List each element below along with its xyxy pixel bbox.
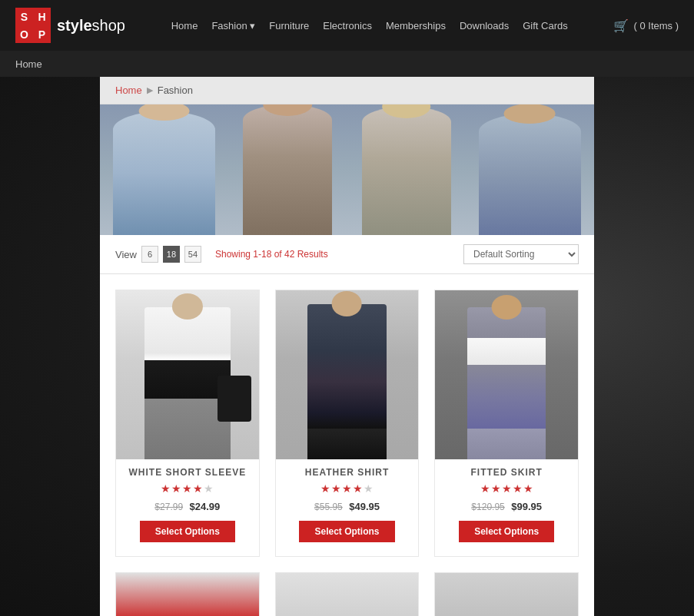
product-stars-2: ★ ★ ★ ★ ★ [284,482,411,495]
main-nav: Home Fashion ▾ Furniture Electronics Mem… [171,20,568,31]
product-figure-3 [435,290,578,459]
star-3-2: ★ [491,482,501,495]
nav-downloads[interactable]: Downloads [460,20,509,31]
partial-img-3 [435,573,578,616]
product-figure-1 [116,290,259,459]
results-text: Showing 1-18 of 42 Results [215,249,328,260]
toolbar: View 6 18 54 Showing 1-18 of 42 Results … [100,235,594,274]
products-grid: WHITE SHORT SLEEVE ★ ★ ★ ★ ★ $27.99 $24.… [100,274,594,572]
product-card-3: FITTED SKIRT ★ ★ ★ ★ ★ $120.95 $99.95 Se… [434,290,579,557]
product-image-3 [435,290,578,459]
view-btn-18[interactable]: 18 [163,246,180,263]
star-2-4: ★ [353,482,363,495]
nav-electronics[interactable]: Electronics [323,20,372,31]
nav-fashion[interactable]: Fashion ▾ [211,20,255,31]
star-2-3: ★ [342,482,352,495]
banner [100,104,594,235]
nav-furniture[interactable]: Furniture [269,20,309,31]
prices-1: $27.99 $24.99 [124,499,251,513]
view-btn-6[interactable]: 6 [141,246,158,263]
header: S H O P styleshop Home Fashion ▾ Furnitu… [0,0,694,51]
breadcrumb: Home ▶ Fashion [100,77,594,104]
price-sale-1: $24.99 [190,501,221,512]
star-4: ★ [193,482,203,495]
product-name-3: FITTED SKIRT [443,467,570,478]
star-2-5-empty: ★ [364,482,374,495]
product-name-1: WHITE SHORT SLEEVE [124,467,251,478]
product-stars-1: ★ ★ ★ ★ ★ [124,482,251,495]
star-2: ★ [171,482,181,495]
page-title-bar: Home [0,51,694,77]
product-name-2: HEATHER SHIRT [284,467,411,478]
star-3-3: ★ [502,482,512,495]
star-2-2: ★ [331,482,341,495]
logo-bold: style [57,17,92,34]
product-info-1: WHITE SHORT SLEEVE ★ ★ ★ ★ ★ $27.99 $24.… [116,459,259,556]
star-3: ★ [182,482,192,495]
select-options-btn-3[interactable]: Select Options [459,521,554,542]
prices-2: $55.95 $49.95 [284,499,411,513]
breadcrumb-current: Fashion [158,84,193,96]
nav-memberships[interactable]: Memberships [386,20,446,31]
partial-card-2 [275,572,420,616]
partial-img-1 [116,573,259,616]
cart-count: ( 0 Items ) [633,20,679,31]
cart-icon: 🛒 [613,18,629,33]
product-image-1 [116,290,259,459]
logo-letter-o: O [15,25,33,43]
product-info-3: FITTED SKIRT ★ ★ ★ ★ ★ $120.95 $99.95 Se… [435,459,578,556]
logo-text: styleshop [57,17,125,35]
product-card: WHITE SHORT SLEEVE ★ ★ ★ ★ ★ $27.99 $24.… [115,290,260,557]
breadcrumb-sep: ▶ [147,85,153,95]
prices-3: $120.95 $99.95 [443,499,570,513]
page-title: Home [15,58,42,70]
logo-light: shop [92,17,125,34]
view-label: View [115,249,137,260]
sort-select[interactable]: Default Sorting [463,244,579,264]
star-3-1: ★ [480,482,490,495]
product-stars-3: ★ ★ ★ ★ ★ [443,482,570,495]
price-original-3: $120.95 [471,502,504,512]
logo-box: S H O P [15,8,51,43]
nav-gift-cards[interactable]: Gift Cards [523,20,568,31]
product-figure-2 [276,290,419,459]
logo-area: S H O P styleshop [15,8,125,43]
star-2-1: ★ [320,482,330,495]
star-5-empty: ★ [204,482,214,495]
price-sale-3: $99.95 [511,501,542,512]
star-1: ★ [161,482,171,495]
partial-card-3 [434,572,579,616]
price-sale-2: $49.95 [349,501,380,512]
star-3-5: ★ [523,482,533,495]
product-info-2: HEATHER SHIRT ★ ★ ★ ★ ★ $55.95 $49.95 Se… [276,459,419,556]
main-content: Home ▶ Fashion [100,77,594,616]
product-card-2: HEATHER SHIRT ★ ★ ★ ★ ★ $55.95 $49.95 Se… [275,290,420,557]
product-image-2 [276,290,419,459]
star-3-4: ★ [513,482,523,495]
view-btn-54[interactable]: 54 [184,246,201,263]
price-original-2: $55.95 [314,502,343,512]
logo-letter-s: S [15,8,33,25]
partial-card-1 [115,572,260,616]
select-options-btn-1[interactable]: Select Options [140,521,235,542]
logo-letter-h: H [33,8,51,25]
breadcrumb-home[interactable]: Home [115,84,142,96]
nav-home[interactable]: Home [171,20,198,31]
logo-letter-p: P [33,25,51,43]
cart-area[interactable]: 🛒 ( 0 Items ) [613,18,679,33]
select-options-btn-2[interactable]: Select Options [299,521,394,542]
page-wrapper: S H O P styleshop Home Fashion ▾ Furnitu… [0,0,694,616]
products-grid-partial [100,572,594,616]
partial-img-2 [276,573,419,616]
price-original-1: $27.99 [154,502,183,512]
